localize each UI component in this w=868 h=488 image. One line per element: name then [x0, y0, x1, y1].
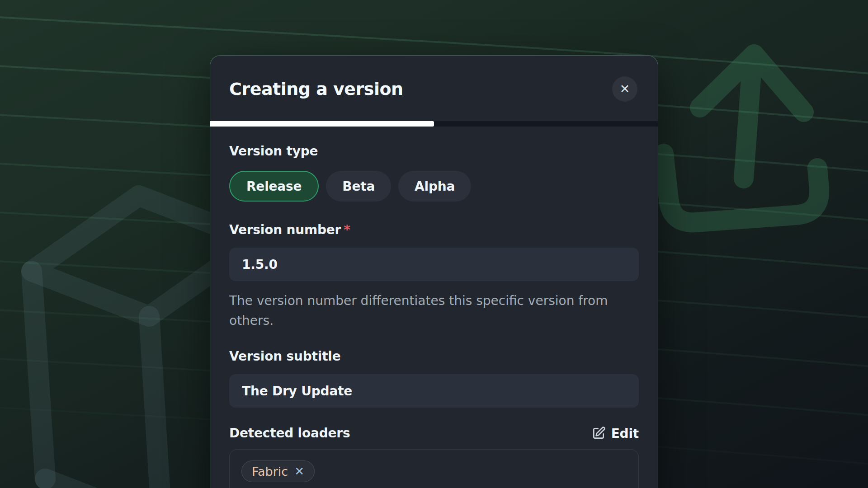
edit-label: Edit — [611, 426, 639, 441]
version-subtitle-input[interactable] — [229, 374, 639, 408]
close-button[interactable]: ✕ — [612, 76, 637, 102]
close-icon: ✕ — [620, 76, 630, 102]
upload-arrow-icon — [664, 54, 819, 222]
version-type-options: Release Beta Alpha — [229, 171, 639, 202]
modal-title: Creating a version — [229, 79, 639, 99]
loader-chip-remove-button[interactable]: ✕ — [294, 465, 304, 478]
version-number-help: The version number differentiates this s… — [229, 291, 618, 331]
detected-loaders-label: Detected loaders — [229, 426, 350, 441]
version-subtitle-label: Version subtitle — [229, 349, 639, 364]
required-asterisk: * — [344, 222, 350, 237]
detected-loaders-box: Fabric ✕ — [229, 449, 639, 488]
remove-icon: ✕ — [294, 465, 304, 478]
edit-icon — [591, 426, 606, 441]
detected-loaders-row: Detected loaders Edit — [229, 426, 639, 441]
version-type-beta-button[interactable]: Beta — [326, 171, 391, 202]
progress-bar-fill — [210, 121, 434, 127]
version-type-release-button[interactable]: Release — [229, 171, 319, 202]
version-type-label: Version type — [229, 144, 639, 159]
modal-body: Version type Release Beta Alpha Version … — [210, 127, 658, 488]
loader-chip-label: Fabric — [252, 465, 288, 479]
version-number-label-row: Version number* — [229, 222, 639, 238]
progress-bar-track — [210, 121, 658, 127]
version-number-label: Version number — [229, 222, 341, 237]
loader-chip-fabric[interactable]: Fabric ✕ — [241, 460, 315, 482]
version-number-input[interactable] — [229, 248, 639, 281]
edit-loaders-button[interactable]: Edit — [591, 426, 639, 441]
create-version-modal: Creating a version ✕ Version type Releas… — [210, 55, 658, 488]
modal-header: Creating a version ✕ — [210, 56, 658, 121]
version-type-alpha-button[interactable]: Alpha — [398, 171, 471, 202]
